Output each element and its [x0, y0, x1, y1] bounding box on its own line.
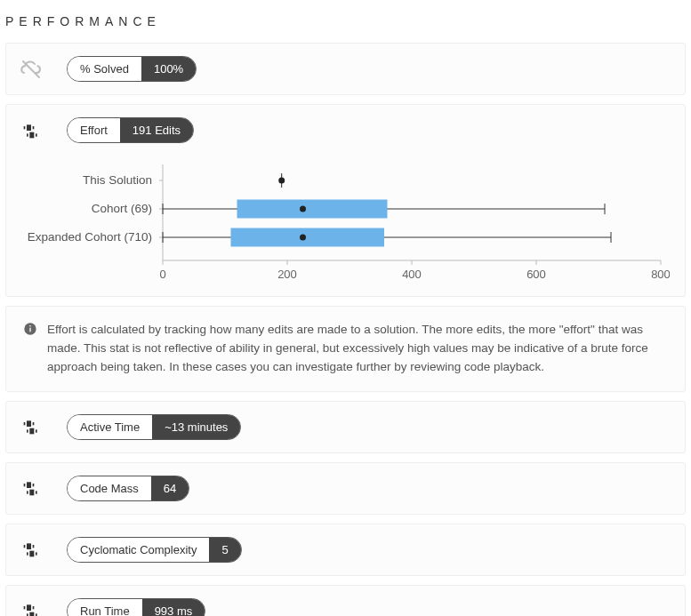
pill-active-time: Active Time ~13 minutes [67, 414, 241, 440]
svg-text:200: 200 [277, 268, 297, 281]
svg-rect-35 [231, 228, 384, 246]
svg-point-29 [300, 206, 306, 212]
svg-rect-41 [27, 421, 31, 428]
svg-rect-51 [36, 492, 37, 494]
svg-rect-6 [36, 133, 37, 136]
svg-rect-42 [33, 422, 35, 425]
boxplot-icon [20, 600, 42, 616]
pill-value: 64 [151, 476, 189, 500]
svg-rect-57 [36, 553, 37, 556]
pill-value: 5 [209, 538, 240, 562]
boxplot-icon [20, 477, 42, 499]
svg-rect-54 [33, 545, 35, 548]
pill-code-mass: Code Mass 64 [67, 476, 189, 501]
pill-run-time: Run Time 993 ms [67, 598, 205, 616]
pill-label: Active Time [68, 415, 152, 439]
svg-text:800: 800 [651, 268, 670, 281]
info-icon [22, 321, 38, 337]
svg-rect-56 [29, 551, 34, 557]
card-active-time: Active Time ~13 minutes [5, 401, 686, 453]
svg-rect-5 [29, 132, 34, 138]
svg-rect-50 [29, 490, 34, 496]
pill-label: Run Time [68, 599, 142, 616]
svg-rect-53 [27, 544, 31, 550]
svg-text:Expanded Cohort (710): Expanded Cohort (710) [28, 230, 152, 244]
svg-rect-52 [24, 545, 26, 548]
svg-rect-28 [237, 200, 387, 218]
svg-line-0 [23, 61, 39, 77]
svg-rect-46 [24, 484, 26, 486]
svg-text:600: 600 [526, 268, 546, 281]
svg-rect-44 [29, 428, 34, 435]
svg-rect-47 [27, 483, 31, 489]
boxplot-icon [20, 539, 42, 560]
svg-rect-45 [36, 430, 37, 433]
boxplot-icon [20, 416, 42, 437]
pill-value: 993 ms [142, 599, 205, 616]
pill-value: 191 Edits [120, 118, 193, 142]
svg-rect-48 [33, 484, 35, 486]
svg-rect-49 [27, 492, 28, 494]
section-title: PERFORMANCE [0, 0, 691, 39]
svg-rect-4 [27, 133, 28, 136]
card-effort-note: Effort is calculated by tracking how man… [5, 306, 686, 392]
card-effort: Effort 191 Edits 0200400600800This Solut… [5, 104, 686, 297]
svg-rect-3 [33, 126, 35, 129]
pill-label: Cyclomatic Complexity [68, 538, 209, 562]
card-solved: % Solved 100% [5, 43, 686, 95]
svg-rect-43 [27, 430, 28, 433]
svg-rect-2 [27, 124, 31, 131]
pill-value: ~13 minutes [152, 415, 240, 439]
svg-rect-59 [27, 605, 31, 612]
effort-boxplot-chart: 0200400600800This SolutionCohort (69)Exp… [20, 161, 671, 284]
cloud-off-icon [20, 59, 42, 80]
effort-note-text: Effort is calculated by tracking how man… [47, 321, 669, 377]
svg-rect-55 [27, 553, 28, 556]
svg-point-36 [300, 235, 306, 241]
boxplot-icon [20, 120, 42, 141]
svg-point-22 [278, 178, 285, 184]
pill-label: % Solved [68, 57, 141, 81]
pill-label: Effort [68, 118, 120, 142]
pill-label: Code Mass [68, 476, 151, 500]
svg-rect-40 [24, 422, 26, 425]
card-code-mass: Code Mass 64 [5, 462, 686, 515]
pill-effort: Effort 191 Edits [67, 117, 194, 143]
svg-rect-1 [24, 126, 26, 129]
svg-text:400: 400 [402, 268, 422, 281]
pill-cyclomatic: Cyclomatic Complexity 5 [67, 537, 242, 563]
svg-rect-58 [24, 606, 26, 609]
svg-rect-60 [33, 606, 35, 609]
pill-solved: % Solved 100% [67, 56, 197, 82]
svg-text:Cohort (69): Cohort (69) [92, 202, 152, 215]
svg-text:This Solution: This Solution [83, 173, 152, 187]
pill-value: 100% [141, 57, 196, 81]
svg-rect-62 [29, 612, 34, 616]
svg-rect-38 [29, 328, 30, 332]
card-cyclomatic: Cyclomatic Complexity 5 [5, 524, 686, 576]
card-run-time: Run Time 993 ms [5, 585, 686, 616]
svg-text:0: 0 [159, 268, 165, 281]
svg-rect-39 [29, 325, 30, 326]
